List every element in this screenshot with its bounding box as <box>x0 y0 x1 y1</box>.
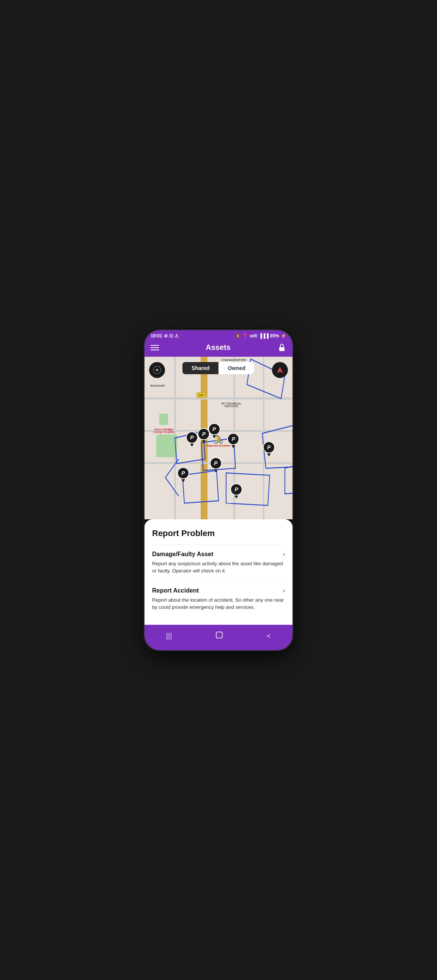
bottom-sheet: Report Problem Damage/Faulty Asset › Rep… <box>145 519 292 625</box>
damage-faulty-chevron: › <box>283 551 285 558</box>
parking-pin-1[interactable]: P <box>186 431 198 446</box>
parking-pin-8[interactable]: P <box>230 484 242 498</box>
compass-button[interactable] <box>149 362 165 378</box>
parking-pin-5[interactable]: P <box>263 441 275 456</box>
map-label-rc: RC TECHNICAL INSTITUTE <box>222 402 242 407</box>
medical-cross: + <box>168 426 171 433</box>
nav-menu-button[interactable]: ||| <box>160 630 178 642</box>
svg-rect-13 <box>216 632 222 638</box>
status-right: 🔇 📍 wifi ▐▐▐ 85% ⚡ <box>235 333 286 339</box>
hamburger-menu[interactable] <box>151 345 159 350</box>
signal-icon: ⊘ <box>164 333 167 339</box>
navigation-icon <box>276 366 284 374</box>
home-icon <box>215 631 223 639</box>
vertical-road-3 <box>263 357 265 519</box>
photo-icon: ⊡ <box>169 333 173 339</box>
signal-bars-icon: ▐▐▐ <box>259 333 269 339</box>
report-accident-item[interactable]: Report Accident › Report about the locat… <box>152 581 285 617</box>
battery: 85% <box>270 333 279 339</box>
svg-rect-0 <box>279 347 284 351</box>
damage-faulty-title: Damage/Faulty Asset <box>152 551 213 558</box>
parking-pin-6[interactable]: P <box>210 457 222 472</box>
damage-faulty-item[interactable]: Damage/Faulty Asset › Report any suspici… <box>152 544 285 581</box>
toggle-owned-button[interactable]: Owned <box>218 362 255 374</box>
phone-frame: 19:01 ⊘ ⊡ ⚠ 🔇 📍 wifi ▐▐▐ 85% ⚡ Assets <box>145 330 292 650</box>
damage-faulty-header: Damage/Faulty Asset › <box>152 551 285 558</box>
bottom-nav: ||| < <box>145 625 292 650</box>
horizontal-road-1 <box>145 397 292 399</box>
nav-back-button[interactable]: < <box>261 630 277 642</box>
map-background: 147 BHAGVAT CHANAKYAPURI RC TECHNICAL IN… <box>145 357 292 519</box>
park-area-1 <box>156 434 177 457</box>
lock-icon[interactable] <box>277 343 286 352</box>
wifi-icon: wifi <box>250 333 257 339</box>
map-label-chanakyapuri: CHANAKYAPURI <box>222 358 246 362</box>
location-icon: 📍 <box>242 333 248 339</box>
svg-marker-7 <box>285 461 292 493</box>
map-container[interactable]: 147 BHAGVAT CHANAKYAPURI RC TECHNICAL IN… <box>145 357 292 519</box>
report-accident-header: Report Accident › <box>152 587 285 594</box>
svg-point-10 <box>157 369 158 371</box>
parking-pin-7[interactable]: P <box>177 467 189 482</box>
svg-marker-12 <box>277 367 280 373</box>
toggle-shared-button[interactable]: Shared <box>182 362 218 374</box>
report-problem-title: Report Problem <box>152 528 285 538</box>
compass-icon <box>153 366 161 374</box>
map-label-bhagvat: BHAGVAT <box>151 384 165 387</box>
time: 19:01 <box>151 333 163 339</box>
accident-icon[interactable]: 🚴 Reported Accident <box>207 434 230 447</box>
highway-badge: 147 <box>196 392 206 398</box>
warning-icon: ⚠ <box>174 333 179 339</box>
page-title: Assets <box>206 343 231 352</box>
mute-icon: 🔇 <box>235 333 241 339</box>
navigation-button[interactable] <box>272 362 288 378</box>
report-accident-desc: Report about the location of accident, S… <box>152 597 285 611</box>
battery-charging-icon: ⚡ <box>281 333 286 339</box>
map-toggle: Shared Owned <box>182 362 255 374</box>
park-area-2 <box>159 414 168 425</box>
nav-bar: Assets <box>145 340 292 357</box>
nav-home-button[interactable] <box>209 629 230 643</box>
report-accident-chevron: › <box>283 587 285 594</box>
status-left: 19:01 ⊘ ⊡ ⚠ <box>151 333 179 339</box>
status-bar: 19:01 ⊘ ⊡ ⚠ 🔇 📍 wifi ▐▐▐ 85% ⚡ <box>145 330 292 340</box>
report-accident-title: Report Accident <box>152 587 199 594</box>
damage-faulty-desc: Report any suspicious activity about the… <box>152 560 285 575</box>
accident-label: Reported Accident <box>207 444 230 447</box>
